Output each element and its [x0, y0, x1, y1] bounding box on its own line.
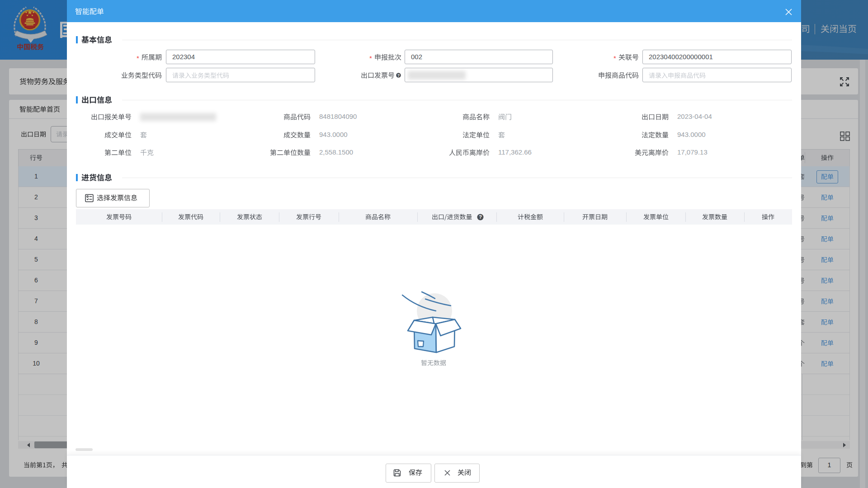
svg-text:?: ? [397, 73, 400, 78]
svg-text:?: ? [479, 214, 482, 220]
